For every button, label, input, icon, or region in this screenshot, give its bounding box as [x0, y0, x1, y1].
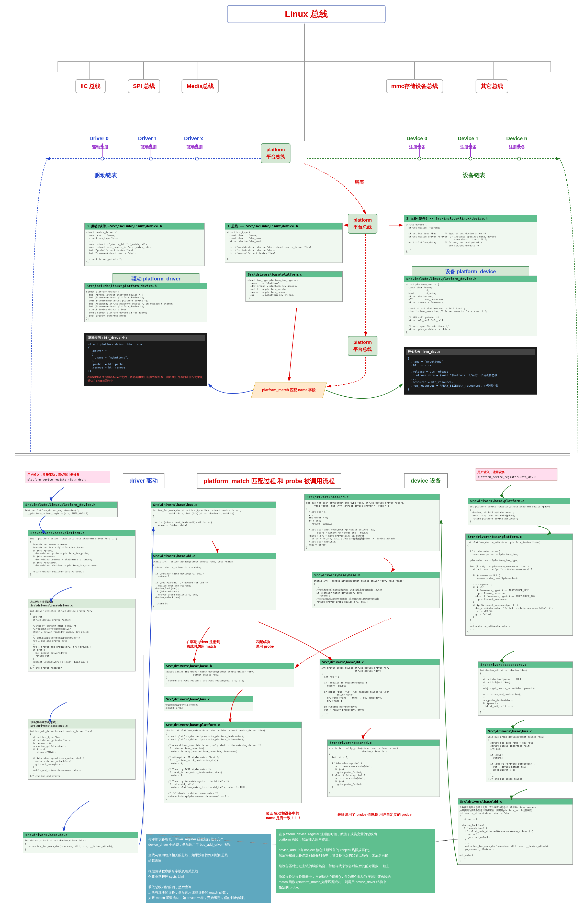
- cb-drv-c: 在总线上注册驱动 Src\drivers\base\driver.c int d…: [28, 599, 135, 672]
- bus-iic: IIC 总线: [76, 79, 105, 93]
- device-instance: 设备实例：btn_dev.c { .name = "mybuttons", .i…: [404, 347, 537, 394]
- section-device: device 设备: [404, 474, 448, 488]
- code-platform-driver: Src\include\linux\platform_device.h stru…: [84, 283, 207, 322]
- code-platform-device: Src\include\linux\platform_device.h stru…: [404, 276, 537, 336]
- section-divider: [15, 453, 570, 455]
- title: Linux 总线: [285, 8, 328, 20]
- driver-list-label: 驱动链表: [95, 172, 117, 179]
- driver-0: Driver 0: [89, 135, 109, 142]
- device-list-label: 设备链表: [463, 172, 485, 179]
- link-label: 链表: [355, 179, 364, 185]
- cb-dd-c3: Src\drivers\base\dd.c 设备挂载到平台总线上之后，安全遍历当…: [458, 799, 573, 865]
- bus-other: 其它总线: [475, 79, 508, 93]
- driver-x: Driver x: [184, 135, 203, 142]
- bus-media: Media总线: [181, 79, 219, 93]
- code-box-device: 2 设备(硬件) -- Src\include\linux\device.h s…: [404, 215, 537, 255]
- cb-core: Src\drivers\base\core.c int device_add(s…: [478, 662, 573, 716]
- anno-match-ok: 匹配成功 调用 probe: [256, 640, 274, 649]
- svg-point-5: [518, 157, 521, 160]
- user-input-device: 用户输入，注册设备 platform_device_register(&btn_…: [475, 468, 558, 480]
- match-diamond: platform_match 匹配 name 字段: [251, 383, 327, 398]
- device-0: Device 0: [406, 135, 427, 142]
- driver-struct-title: 驱动 platform_driver: [112, 273, 199, 284]
- code-box-bus: 1 总线 —— Src\include\linux\device.h struc…: [225, 223, 343, 263]
- note-green: 在 platform_device_register 注册的时候，赋值了成员变量…: [276, 829, 435, 893]
- tree-trunk: [304, 23, 305, 62]
- platform-box-3: platform平台总线: [348, 336, 377, 356]
- device-struct-title: 设备 platform_device: [412, 266, 529, 277]
- cb-pf-reg: Src\drivers\base\platform.c int __platfo…: [28, 530, 135, 578]
- match-container: [143, 655, 450, 824]
- device-1: Device 1: [458, 135, 479, 142]
- svg-point-3: [418, 157, 421, 160]
- cb-bus-add-drv: 设备驱动添加到总线上 Src\drivers\base\bus.c int bu…: [28, 719, 135, 780]
- svg-point-0: [101, 157, 104, 160]
- platform-box-2: platform平台总线: [348, 214, 377, 234]
- cb-dd-attach: src\drivers\base\dd.c int driver_attach(…: [23, 832, 138, 853]
- anno-driver-reg: 在驱动 driver 注册到 总线时调用 match: [187, 640, 220, 649]
- cb-drv-att: Src\drivers\base\dd.c static int __drive…: [151, 553, 276, 610]
- bus-spi: SPI 总线: [128, 79, 160, 93]
- cb-pf-add: Src\drivers\base\platform.c int platform…: [466, 533, 573, 635]
- svg-point-1: [149, 157, 152, 160]
- device-n: Device n: [506, 135, 527, 142]
- svg-point-2: [195, 157, 198, 160]
- driver-1: Driver 1: [138, 135, 157, 142]
- svg-point-4: [469, 157, 472, 160]
- cb-base-h: Src\drivers\base\base.h static int __dev…: [312, 572, 440, 608]
- note-blue: 与添加设备相似，driver_register 函数初始化了几个 device_…: [146, 834, 271, 903]
- section-match: platform_match 匹配过程 和 probe 被调用流程: [197, 474, 341, 489]
- code-box-driver-h: 3 驱动(软件)-Src\include\linux\device.h stru…: [84, 223, 204, 266]
- cb-bus-each: Src\drivers\base\bus.c int bus_for_each_…: [151, 502, 276, 535]
- code-platform-c: Src\drivers\base\platform.c struct bus_t…: [245, 271, 343, 302]
- cb-pd-h: Src\include\linux\platform_device.h #def…: [23, 502, 118, 517]
- bus-mmc: mmc存储设备总线: [386, 79, 443, 93]
- title-box: Linux 总线: [227, 5, 386, 23]
- platform-box-1: platform平台总线: [261, 143, 290, 163]
- section-driver: driver 驱动: [123, 474, 165, 488]
- driver-instance: 驱动实例：btn_drv.c 中: struct platform_driver…: [84, 333, 207, 386]
- user-input-driver: 用户输入，注册驱动，需优选注册设备 platform_device_regist…: [26, 471, 110, 483]
- cb-bus-c3: Src\drivers\base\bus.c void bus_probe_de…: [486, 728, 573, 782]
- cb-dd-c: Src\drivers\base\dd.c int bus_for_each_d…: [304, 494, 440, 551]
- cb-pf-reg2: Src\drivers\base\platform.c int platform…: [468, 498, 570, 525]
